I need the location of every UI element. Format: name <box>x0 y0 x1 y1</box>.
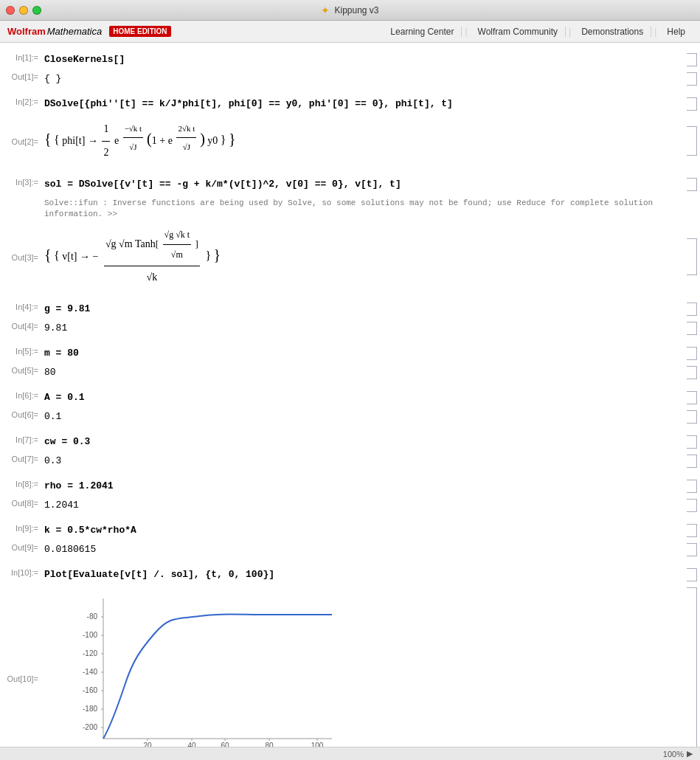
title-bar-content: ✦ Kippung v3 <box>321 4 378 16</box>
out3-label: Out[3]= <box>0 252 44 262</box>
warn3-content: Solve::ifun : Inverse functions are bein… <box>44 195 700 220</box>
in3-content[interactable]: sol = DSolve[{v'[t] == -g + k/m*(v[t])^2… <box>44 176 684 191</box>
minimize-button[interactable] <box>19 6 28 15</box>
in4-bracket <box>687 303 697 316</box>
out1-value: { } <box>44 73 61 84</box>
zoom-level: 100% <box>663 750 684 759</box>
out3-frac-den: √k <box>145 266 159 289</box>
out9-bracket <box>687 543 697 556</box>
out7-value: 0.3 <box>44 455 61 466</box>
inner-frac-den: √m <box>170 245 184 264</box>
in4-content[interactable]: g = 9.81 <box>44 301 684 316</box>
out8-content: 1.2041 <box>44 497 684 512</box>
in10-content[interactable]: Plot[Evaluate[v[t] /. sol], {t, 0, 100}] <box>44 567 684 581</box>
out6-content: 0.1 <box>44 409 684 424</box>
out6-bracket <box>687 410 697 424</box>
cell-in6: In[6]:= A = 0.1 <box>0 388 700 407</box>
star-icon: ✦ <box>321 4 330 16</box>
sup-frac-den1: √J <box>128 138 138 156</box>
in3-code: sol = DSolve[{v'[t] == -g + k/m*(v[t])^2… <box>44 179 401 190</box>
in6-code: A = 0.1 <box>44 392 85 403</box>
out2-close-brace2: } <box>221 134 226 146</box>
in7-content[interactable]: cw = 0.3 <box>44 434 684 449</box>
cell-out3: Out[3]= { { v[t] → − √g √m Tanh[ √g √k t… <box>0 221 700 294</box>
in2-label: In[2]:= <box>0 96 44 106</box>
svg-text:-180: -180 <box>83 705 97 713</box>
in7-code: cw = 0.3 <box>44 436 90 447</box>
out3-close1: } <box>214 246 221 263</box>
out6-label: Out[6]= <box>0 409 44 419</box>
out2-half: 1 2 <box>100 135 114 146</box>
in5-content[interactable]: m = 80 <box>44 345 684 360</box>
in6-label: In[6]:= <box>0 390 44 400</box>
out9-label: Out[9]= <box>0 542 44 552</box>
out10-plot[interactable]: -80 -100 -120 -140 -160 -180 -200 <box>44 586 684 760</box>
out2-paren: (1 + e 2√k t √J ) <box>147 135 207 146</box>
in1-code: CloseKernels[] <box>44 54 125 65</box>
out6-value: 0.1 <box>44 411 61 422</box>
svg-text:-140: -140 <box>83 668 97 676</box>
svg-text:-120: -120 <box>83 649 97 657</box>
out5-content: 80 <box>44 365 684 379</box>
out8-label: Out[8]= <box>0 497 44 508</box>
out3-frac-num: √g √m Tanh[ √g √k t √m ] <box>104 225 200 267</box>
out3-v: v[t] → − <box>62 251 98 262</box>
in2-content[interactable]: DSolve[{phi''[t] == k/J*phi[t], phi[0] =… <box>44 96 684 111</box>
out2-open-brace: { <box>44 131 52 147</box>
sup-frac-num1: −√k t <box>123 120 144 138</box>
learning-center-link[interactable]: Learning Center <box>383 27 462 37</box>
mathematica-text: Mathematica <box>47 26 102 37</box>
out4-content: 9.81 <box>44 320 684 335</box>
svg-text:-160: -160 <box>83 686 97 694</box>
window-controls[interactable] <box>6 6 41 15</box>
cell-in10: In[10]:= Plot[Evaluate[v[t] /. sol], {t,… <box>0 565 700 584</box>
out3-open1: { <box>44 246 52 263</box>
maximize-button[interactable] <box>32 6 41 15</box>
out10-bracket <box>687 587 697 757</box>
in10-label: In[10]:= <box>0 567 44 577</box>
separator3: | <box>651 27 659 37</box>
close-button[interactable] <box>6 6 15 15</box>
out1-content: { } <box>44 71 684 86</box>
title-bar: ✦ Kippung v3 <box>0 0 700 21</box>
out2-bracket <box>687 126 697 156</box>
cell-out8: Out[8]= 1.2041 <box>0 496 700 515</box>
out5-value: 80 <box>44 367 56 378</box>
out2-y0: y0 <box>207 135 218 146</box>
out4-value: 9.81 <box>44 322 67 334</box>
in5-code: m = 80 <box>44 348 79 359</box>
cell-out6: Out[6]= 0.1 <box>0 407 700 426</box>
out1-label: Out[1]= <box>0 71 44 81</box>
frac-num: 1 <box>102 118 110 142</box>
menu-bar: Wolfram Mathematica HOME EDITION Learnin… <box>0 21 700 43</box>
help-link[interactable]: Help <box>659 27 693 37</box>
in9-code: k = 0.5*cw*rho*A <box>44 525 136 536</box>
in9-content[interactable]: k = 0.5*cw*rho*A <box>44 522 684 537</box>
in1-content[interactable]: CloseKernels[] <box>44 52 684 66</box>
in8-content[interactable]: rho = 1.2041 <box>44 478 684 493</box>
out9-content: 0.0180615 <box>44 542 684 556</box>
wolfram-text: Wolfram <box>7 26 46 37</box>
cell-out5: Out[5]= 80 <box>0 363 700 382</box>
out5-bracket <box>687 366 697 379</box>
wolfram-community-link[interactable]: Wolfram Community <box>471 27 566 37</box>
out8-value: 1.2041 <box>44 500 79 511</box>
demonstrations-link[interactable]: Demonstrations <box>574 27 651 37</box>
frac-den: 2 <box>102 142 110 165</box>
cell-out2: Out[2]= { { phi[t] → 1 2 e −√k t √J (1 +… <box>0 114 700 169</box>
zoom-arrow-icon[interactable]: ▶ <box>687 749 693 759</box>
out7-content: 0.3 <box>44 453 684 468</box>
zoom-bar: 100% ▶ <box>0 747 700 760</box>
home-edition-badge: HOME EDITION <box>109 26 170 37</box>
out4-bracket <box>687 322 697 335</box>
cell-warning3: Solve::ifun : Inverse functions are bein… <box>0 194 700 221</box>
separator1: | <box>462 27 470 37</box>
out3-content: { { v[t] → − √g √m Tanh[ √g √k t √m ] √k… <box>44 224 684 291</box>
in8-label: In[8]:= <box>0 478 44 488</box>
out2-close-brace: } <box>229 131 236 147</box>
in5-bracket <box>687 347 697 360</box>
in6-content[interactable]: A = 0.1 <box>44 390 684 404</box>
window-title: Kippung v3 <box>334 5 378 15</box>
cell-in5: In[5]:= m = 80 <box>0 344 700 363</box>
out3-close2: } <box>205 249 211 262</box>
